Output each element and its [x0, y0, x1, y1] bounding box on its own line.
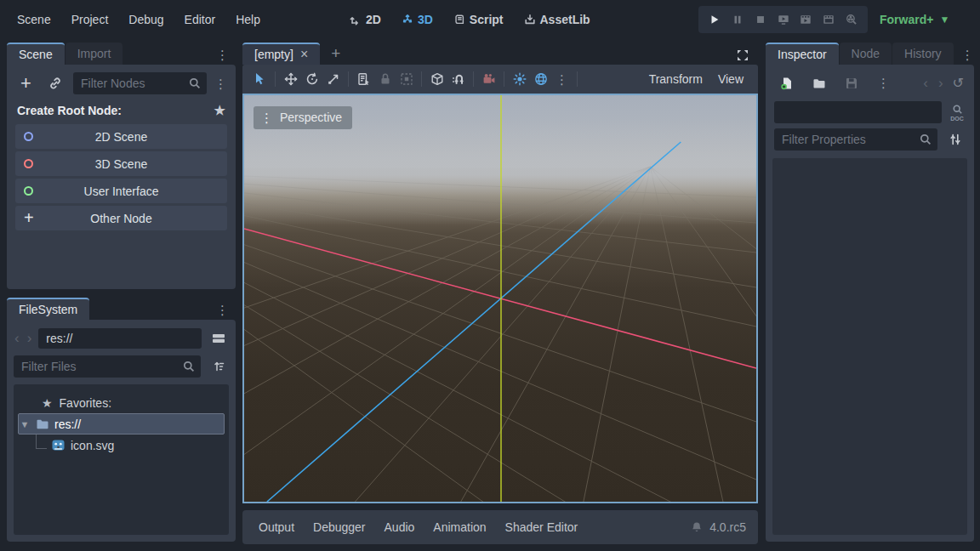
res-root-row[interactable]: ▼ res://: [18, 413, 225, 435]
renderer-selector[interactable]: Forward+ ▼: [880, 0, 949, 39]
filter-menu-dots-icon[interactable]: ⋮: [214, 77, 227, 90]
favorites-row[interactable]: ★ Favorites:: [18, 392, 225, 413]
notification-bell-icon[interactable]: [691, 521, 703, 533]
pause-button[interactable]: [727, 9, 748, 30]
tab-inspector[interactable]: Inspector: [766, 43, 839, 65]
save-resource-button[interactable]: [840, 72, 862, 94]
object-name-field[interactable]: [774, 101, 942, 123]
caret-down-icon[interactable]: ▼: [19, 419, 31, 429]
tab-filesystem[interactable]: FileSystem: [7, 298, 89, 320]
movie-maker-button[interactable]: [841, 9, 862, 30]
lock-button[interactable]: [374, 69, 396, 90]
close-icon[interactable]: ×: [300, 47, 308, 62]
current-path-input[interactable]: [38, 328, 202, 349]
projection-selector[interactable]: ⋮ Perspective: [254, 106, 352, 129]
scene-dock-menu-dots-icon[interactable]: ⋮: [209, 48, 236, 61]
rotate-tool-button[interactable]: [301, 69, 322, 90]
preview-menu-dots[interactable]: ⋮: [551, 69, 573, 90]
movie-maker-icon: [846, 14, 858, 26]
menu-editor[interactable]: Editor: [174, 9, 226, 31]
history-forward-icon[interactable]: ›: [937, 76, 944, 90]
script-workspace-icon: [453, 14, 465, 26]
move-tool-button[interactable]: [280, 69, 301, 90]
snap-button[interactable]: [447, 69, 469, 90]
new-resource-button[interactable]: [776, 72, 797, 94]
stop-button[interactable]: [750, 9, 771, 30]
menu-help[interactable]: Help: [225, 9, 271, 31]
back-icon[interactable]: ‹: [14, 331, 20, 345]
preview-camera-button[interactable]: [478, 69, 499, 90]
cube-gizmo-button[interactable]: [426, 69, 447, 90]
menu-debug[interactable]: Debug: [118, 9, 174, 31]
inspector-empty-content: [772, 158, 967, 535]
lock-icon: [379, 72, 392, 86]
group-button[interactable]: [396, 69, 417, 90]
transform-menu[interactable]: Transform: [641, 69, 710, 89]
tab-import[interactable]: Import: [66, 43, 123, 65]
filter-nodes-input[interactable]: [73, 72, 207, 94]
object-name-row: DOC: [766, 98, 974, 125]
doc-search-icon[interactable]: DOC: [949, 104, 966, 122]
workspace-assetlib[interactable]: AssetLib: [518, 9, 596, 30]
remote-play-icon: [778, 14, 789, 26]
bottom-tab-audio[interactable]: Audio: [375, 516, 424, 538]
create-other-node-button[interactable]: + Other Node: [15, 206, 227, 230]
preview-environment-button[interactable]: [530, 69, 551, 90]
add-node-button[interactable]: +: [15, 73, 37, 94]
resource-menu-dots[interactable]: ⋮: [873, 72, 894, 94]
play-button[interactable]: [704, 9, 725, 30]
icon-svg-row[interactable]: icon.svg: [18, 435, 225, 456]
view-menu[interactable]: View: [710, 69, 751, 89]
3d-viewport[interactable]: ⋮ Perspective: [242, 94, 758, 503]
play-scene-button[interactable]: [795, 9, 816, 30]
menu-dots-icon: ⋮: [877, 77, 890, 89]
filesystem-menu-dots-icon[interactable]: ⋮: [209, 304, 236, 316]
filter-properties-input[interactable]: [774, 128, 937, 151]
create-user-interface-button[interactable]: User Interface: [15, 179, 227, 203]
pause-icon: [736, 16, 739, 24]
filesystem-dock: FileSystem ⋮ ‹ ›: [7, 296, 236, 542]
menu-project[interactable]: Project: [61, 9, 119, 31]
play-custom-scene-button[interactable]: [818, 9, 839, 30]
bottom-tab-animation[interactable]: Animation: [424, 516, 495, 538]
history-back-icon[interactable]: ‹: [922, 76, 929, 90]
object-history-icon[interactable]: ↺: [953, 75, 964, 91]
create-3d-scene-button[interactable]: 3D Scene: [15, 151, 227, 176]
expand-icon[interactable]: [727, 48, 758, 62]
workspace-2d[interactable]: 2D: [344, 9, 387, 30]
play-icon: [711, 15, 718, 24]
load-resource-button[interactable]: [808, 72, 829, 94]
inspector-menu-dots-icon[interactable]: ⋮: [954, 48, 980, 61]
favorite-star-icon[interactable]: ★: [214, 103, 225, 118]
add-scene-tab-button[interactable]: +: [321, 44, 350, 65]
scale-tool-button[interactable]: [322, 69, 344, 90]
bottom-tab-output[interactable]: Output: [249, 516, 304, 538]
preview-sunlight-button[interactable]: [509, 69, 530, 90]
forward-icon[interactable]: ›: [26, 331, 33, 345]
filter-files-input[interactable]: [14, 355, 201, 378]
workspace-script[interactable]: Script: [447, 9, 510, 30]
main-menu-bar: Scene Project Debug Editor Help 2D 3D Sc…: [0, 0, 980, 39]
filter-files-search: [14, 355, 201, 378]
create-root-node-header: Create Root Node: ★: [7, 100, 236, 124]
select-list-button[interactable]: [353, 69, 374, 90]
filesystem-tree: ★ Favorites: ▼ res:// icon.svg: [14, 384, 229, 535]
scale-tool-icon: [327, 72, 340, 86]
remote-play-button[interactable]: [773, 9, 794, 30]
select-tool-button[interactable]: [249, 69, 271, 90]
tab-scene[interactable]: Scene: [7, 43, 65, 65]
link-scene-button[interactable]: [44, 73, 66, 94]
tab-history[interactable]: History: [892, 43, 954, 65]
scene-tab-empty[interactable]: [empty] ×: [242, 43, 320, 65]
bottom-tab-debugger[interactable]: Debugger: [304, 516, 375, 538]
filter-properties-row: [766, 125, 974, 152]
create-2d-scene-button[interactable]: 2D Scene: [15, 124, 227, 149]
bottom-tab-shader-editor[interactable]: Shader Editor: [496, 516, 588, 538]
tab-node[interactable]: Node: [840, 43, 892, 65]
workspace-3d[interactable]: 3D: [396, 9, 439, 30]
scene-dock: Scene Import ⋮ + ⋮ Create Root Node: ★ 2…: [7, 41, 236, 289]
sort-files-button[interactable]: [208, 356, 229, 378]
split-view-button[interactable]: [208, 327, 229, 349]
menu-scene[interactable]: Scene: [7, 9, 61, 31]
filter-tune-button[interactable]: [944, 129, 966, 151]
